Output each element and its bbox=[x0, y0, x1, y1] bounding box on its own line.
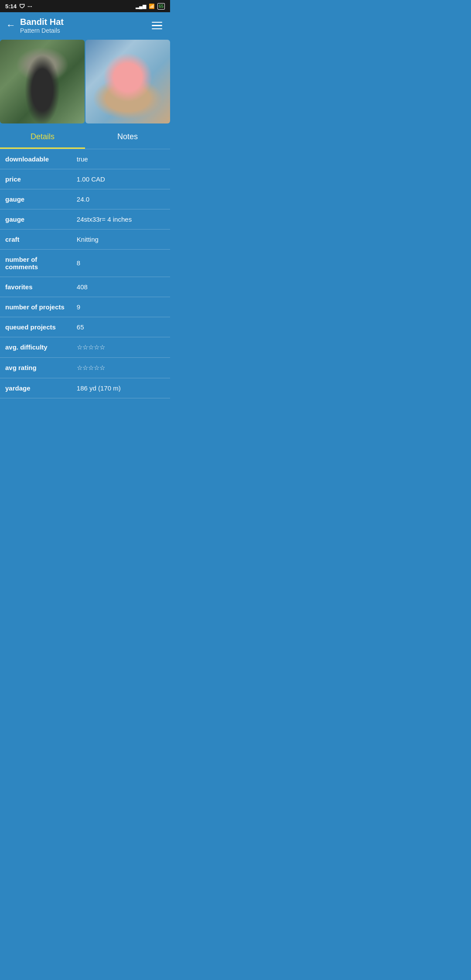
detail-key: yardage bbox=[0, 378, 72, 398]
status-time: 5:14 bbox=[5, 3, 17, 10]
page-subtitle: Pattern Details bbox=[20, 27, 64, 34]
table-row: gauge24stx33r= 4 inches bbox=[0, 209, 170, 229]
gallery-image-right bbox=[85, 40, 170, 123]
detail-key: avg. difficulty bbox=[0, 337, 72, 357]
menu-button[interactable] bbox=[150, 20, 164, 31]
battery-icon: 65 bbox=[157, 3, 165, 10]
table-row: yardage186 yd (170 m) bbox=[0, 378, 170, 398]
hamburger-line-2 bbox=[152, 25, 162, 26]
details-table: downloadabletrueprice1.00 CADgauge24.0ga… bbox=[0, 149, 170, 398]
header: ← Bandit Hat Pattern Details bbox=[0, 12, 170, 39]
detail-value: 24stx33r= 4 inches bbox=[72, 209, 170, 229]
table-row: downloadabletrue bbox=[0, 149, 170, 169]
image-gallery bbox=[0, 39, 170, 126]
detail-value: Knitting bbox=[72, 229, 170, 249]
detail-key: avg rating bbox=[0, 357, 72, 378]
back-button[interactable]: ← bbox=[6, 21, 16, 30]
table-row: avg rating☆☆☆☆☆ bbox=[0, 357, 170, 378]
status-left: 5:14 🛡 ··· bbox=[5, 3, 32, 10]
wifi-icon: 📶 bbox=[149, 3, 155, 9]
detail-key: craft bbox=[0, 229, 72, 249]
table-row: gauge24.0 bbox=[0, 189, 170, 209]
header-left: ← Bandit Hat Pattern Details bbox=[6, 17, 64, 34]
detail-key: number of projects bbox=[0, 297, 72, 317]
tab-bar: Details Notes bbox=[0, 126, 170, 149]
detail-value: 24.0 bbox=[72, 189, 170, 209]
status-bar: 5:14 🛡 ··· ▂▄▆ 📶 65 bbox=[0, 0, 170, 12]
header-title-group: Bandit Hat Pattern Details bbox=[20, 17, 64, 34]
detail-key: favorites bbox=[0, 277, 72, 297]
detail-key: gauge bbox=[0, 209, 72, 229]
detail-value: 186 yd (170 m) bbox=[72, 378, 170, 398]
hamburger-line-3 bbox=[152, 28, 162, 30]
page-title: Bandit Hat bbox=[20, 17, 64, 27]
shield-icon: 🛡 bbox=[19, 3, 25, 10]
table-row: queued projects65 bbox=[0, 317, 170, 337]
detail-key: queued projects bbox=[0, 317, 72, 337]
detail-value: 408 bbox=[72, 277, 170, 297]
gallery-image-left bbox=[0, 40, 85, 123]
detail-value: ☆☆☆☆☆ bbox=[72, 357, 170, 378]
detail-key: price bbox=[0, 169, 72, 189]
status-right: ▂▄▆ 📶 65 bbox=[136, 3, 165, 10]
detail-key: downloadable bbox=[0, 149, 72, 169]
dots-icon: ··· bbox=[27, 3, 32, 10]
table-row: favorites408 bbox=[0, 277, 170, 297]
detail-value: true bbox=[72, 149, 170, 169]
tab-details[interactable]: Details bbox=[0, 126, 85, 149]
table-row: price1.00 CAD bbox=[0, 169, 170, 189]
table-row: number of comments8 bbox=[0, 249, 170, 277]
detail-value: ☆☆☆☆☆ bbox=[72, 337, 170, 357]
detail-value: 9 bbox=[72, 297, 170, 317]
table-row: craftKnitting bbox=[0, 229, 170, 249]
hamburger-line-1 bbox=[152, 22, 162, 23]
detail-value: 1.00 CAD bbox=[72, 169, 170, 189]
detail-value: 8 bbox=[72, 249, 170, 277]
detail-value: 65 bbox=[72, 317, 170, 337]
tab-notes[interactable]: Notes bbox=[85, 126, 170, 149]
table-row: avg. difficulty☆☆☆☆☆ bbox=[0, 337, 170, 357]
signal-icon: ▂▄▆ bbox=[136, 3, 146, 9]
detail-key: gauge bbox=[0, 189, 72, 209]
detail-key: number of comments bbox=[0, 249, 72, 277]
table-row: number of projects9 bbox=[0, 297, 170, 317]
